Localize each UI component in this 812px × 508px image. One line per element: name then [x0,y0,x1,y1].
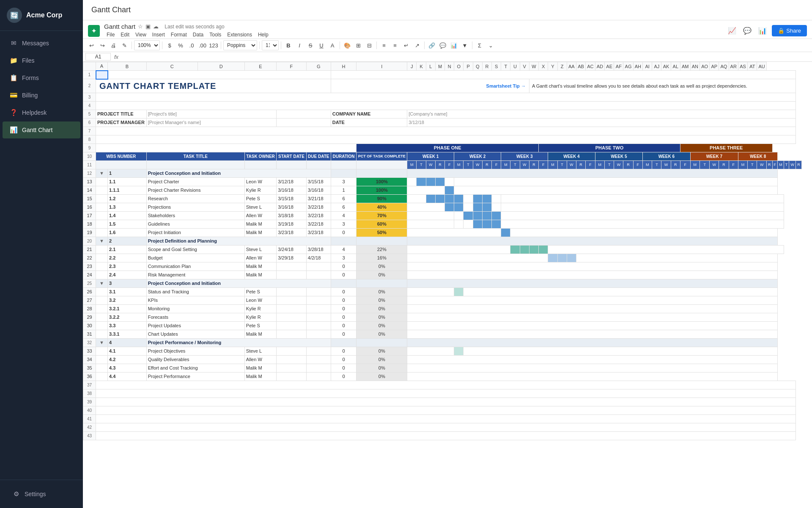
gantt-cell[interactable] [407,177,417,186]
col-i[interactable]: I [357,62,407,71]
gantt-cell[interactable] [473,211,482,220]
owner[interactable]: Malik M [244,364,276,372]
pct-complete[interactable]: 0% [357,330,407,338]
duration[interactable]: 0 [331,271,357,279]
due-date[interactable]: 3/28/18 [306,245,331,254]
task-name[interactable]: Project Objectives [146,347,244,355]
due-date[interactable] [306,355,331,364]
menu-help[interactable]: Help [255,31,271,39]
start-date[interactable]: 3/29/18 [277,254,307,262]
task-name[interactable]: Monitoring [146,304,244,313]
due-date[interactable] [306,372,331,381]
owner[interactable]: Steve L [244,203,276,211]
format123-button[interactable]: 123 [208,40,219,50]
sidebar-item-billing[interactable]: 💳 Billing [3,87,80,104]
gantt-cell[interactable] [464,220,473,228]
wbs[interactable]: 2.4 [108,271,147,279]
borders-button[interactable]: ⊞ [353,40,363,50]
gantt-cell[interactable] [539,245,548,254]
smartsheet-tip-cell[interactable]: Smartsheet Tip → [331,79,529,93]
task-name[interactable]: Project Charter [146,177,244,186]
merge-button[interactable]: ⊟ [364,40,374,50]
section-2-title[interactable]: Project Definition and Planning [146,237,331,245]
col-r[interactable]: R [482,62,491,71]
start-date[interactable] [277,355,307,364]
gantt-cell[interactable] [482,211,491,220]
task-name[interactable]: Research [146,194,244,203]
task-name[interactable]: Forecasts [146,313,244,321]
pct-complete[interactable]: 70% [357,211,407,220]
row-4-empty[interactable] [96,101,796,110]
owner[interactable]: Allen W [244,254,276,262]
duration[interactable]: 0 [331,228,357,237]
wbs[interactable]: 3.1 [108,287,147,296]
spreadsheet-wrapper[interactable]: A B C D E F G H I J K L M [83,62,812,508]
comment-button[interactable]: 💬 [438,40,448,50]
sheets-title-name[interactable]: Gantt chart [104,23,135,30]
gantt-cell[interactable] [454,347,464,355]
gantt-cell[interactable] [548,254,557,262]
gantt-cell[interactable] [473,220,482,228]
task-name[interactable]: KPIs [146,296,244,304]
italic-button[interactable]: I [294,40,304,50]
cloud-icon[interactable]: ☁ [153,23,159,30]
col-p[interactable]: P [464,62,473,71]
start-date[interactable] [277,364,307,372]
col-ai[interactable]: AI [643,62,652,71]
rotate-button[interactable]: ↗ [412,40,422,50]
percent-button[interactable]: % [176,40,186,50]
wbs[interactable]: 3.3.1 [108,330,147,338]
wbs[interactable]: 3.2.2 [108,313,147,321]
pct-complete[interactable]: 0% [357,296,407,304]
pct-complete[interactable]: 0% [357,304,407,313]
task-name[interactable]: Scope and Goal Setting [146,245,244,254]
collapse-toggle[interactable]: ▼ [96,169,108,177]
text-color-button[interactable]: A [327,40,337,50]
owner[interactable]: Kylie R [244,313,276,321]
wbs[interactable]: 4.3 [108,364,147,372]
start-date[interactable]: 3/24/18 [277,245,307,254]
wbs[interactable]: 1.6 [108,228,147,237]
col-s[interactable]: S [492,62,501,71]
link-button[interactable]: 🔗 [427,40,437,50]
due-date[interactable]: 3/15/18 [306,177,331,186]
owner[interactable]: Malik M [244,330,276,338]
col-header-d[interactable]: D [198,62,244,71]
col-ao[interactable]: AO [700,62,710,71]
owner[interactable]: Pete S [244,194,276,203]
col-as[interactable]: AS [738,62,748,71]
font-size-select[interactable]: 11 10 12 [262,40,279,50]
pct-complete[interactable]: 22% [357,245,407,254]
gantt-cell[interactable] [426,194,435,203]
start-date[interactable]: 3/15/18 [277,194,307,203]
pct-complete[interactable]: 0% [357,321,407,330]
start-date[interactable] [277,372,307,381]
section-3-title[interactable]: Project Conception and Initiation [146,279,331,287]
duration[interactable]: 3 [331,220,357,228]
pct-complete[interactable]: 90% [357,194,407,203]
col-au[interactable]: AU [757,62,766,71]
wbs[interactable]: 4.4 [108,372,147,381]
col-an[interactable]: AN [690,62,700,71]
company-value[interactable]: [Company's name] [407,110,796,118]
row-8-empty[interactable] [96,135,796,144]
print-button[interactable]: 🖨 [108,40,118,50]
duration[interactable]: 0 [331,296,357,304]
duration[interactable]: 3 [331,177,357,186]
undo-button[interactable]: ↩ [86,40,96,50]
col-ac[interactable]: AC [586,62,595,71]
wbs-2[interactable]: 2 [108,237,147,245]
duration[interactable]: 0 [331,364,357,372]
gantt-cell[interactable] [435,194,444,203]
duration[interactable]: 0 [331,287,357,296]
gantt-cell[interactable] [510,245,520,254]
duration[interactable]: 0 [331,330,357,338]
owner[interactable]: Pete S [244,287,276,296]
duration[interactable]: 0 [331,372,357,381]
proj-title-value[interactable]: [Project's title] [146,110,276,118]
collapse-toggle[interactable]: ▼ [96,279,108,287]
gantt-cell[interactable] [464,211,473,220]
owner[interactable]: Pete S [244,321,276,330]
col-ae[interactable]: AE [605,62,614,71]
owner[interactable]: Leon W [244,296,276,304]
